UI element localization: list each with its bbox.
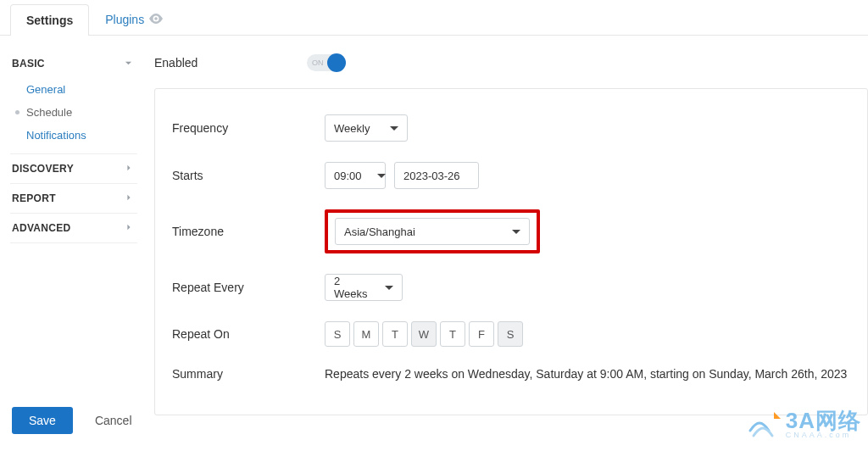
row-repeat-every: Repeat Every 2 Weeks xyxy=(172,264,850,311)
starts-date-value: 2023-03-26 xyxy=(403,170,460,182)
tab-plugins[interactable]: Plugins xyxy=(89,3,179,35)
timezone-select[interactable]: Asia/Shanghai xyxy=(335,218,530,245)
toggle-knob-icon xyxy=(327,53,346,72)
frequency-label: Frequency xyxy=(172,121,325,135)
starts-label: Starts xyxy=(172,169,325,182)
row-repeat-on: Repeat On S M T W T F S xyxy=(172,311,850,357)
sidebar-head-discovery-label: DISCOVERY xyxy=(12,163,74,175)
starts-date-input[interactable]: 2023-03-26 xyxy=(394,162,479,189)
repeat-on-label: Repeat On xyxy=(172,327,325,341)
enabled-toggle[interactable]: ON xyxy=(307,54,344,71)
svg-point-0 xyxy=(154,17,158,20)
timezone-label: Timezone xyxy=(172,225,325,238)
cancel-button[interactable]: Cancel xyxy=(95,414,132,427)
day-fri[interactable]: F xyxy=(469,321,494,347)
repeat-every-select[interactable]: 2 Weeks xyxy=(325,274,403,301)
bullet-icon xyxy=(15,110,19,114)
wave-logo-icon xyxy=(748,409,782,439)
sidebar-group-basic: BASIC General Schedule Notifications xyxy=(10,49,137,154)
sidebar-head-report-label: REPORT xyxy=(12,192,56,204)
day-wed[interactable]: W xyxy=(411,321,437,347)
chevron-right-icon xyxy=(125,164,132,174)
row-enabled: Enabled ON xyxy=(154,49,868,76)
day-thu[interactable]: T xyxy=(440,321,465,347)
tab-settings-label: Settings xyxy=(26,14,73,27)
enabled-label: Enabled xyxy=(154,56,307,70)
sidebar-head-basic[interactable]: BASIC xyxy=(10,49,137,78)
watermark-sub: CNAAA.com xyxy=(786,432,861,439)
sidebar-group-advanced: ADVANCED xyxy=(10,214,137,243)
schedule-card: Frequency Weekly Starts 09:00 2023-03-26 xyxy=(154,88,868,415)
repeat-every-value: 2 Weeks xyxy=(334,275,370,300)
sidebar-item-schedule[interactable]: Schedule xyxy=(10,101,137,124)
day-sat[interactable]: S xyxy=(498,321,523,347)
frequency-value: Weekly xyxy=(334,122,370,135)
sidebar-group-discovery: DISCOVERY xyxy=(10,154,137,184)
eye-icon xyxy=(149,13,163,26)
sidebar-head-advanced-label: ADVANCED xyxy=(12,222,71,234)
repeat-every-label: Repeat Every xyxy=(172,281,325,294)
frequency-select[interactable]: Weekly xyxy=(325,114,408,142)
summary-label: Summary xyxy=(172,367,325,381)
timezone-highlight: Asia/Shanghai xyxy=(325,209,540,253)
sidebar-item-notifications[interactable]: Notifications xyxy=(10,124,137,147)
svg-marker-1 xyxy=(774,412,781,419)
day-tue[interactable]: T xyxy=(382,321,408,347)
save-button[interactable]: Save xyxy=(12,407,73,434)
sidebar-item-label: General xyxy=(26,83,65,96)
tab-plugins-label: Plugins xyxy=(105,13,144,26)
sidebar-head-report[interactable]: REPORT xyxy=(10,184,137,213)
caret-down-icon xyxy=(390,126,398,131)
chevron-down-icon xyxy=(125,59,132,69)
sidebar-head-discovery[interactable]: DISCOVERY xyxy=(10,154,137,183)
chevron-right-icon xyxy=(125,193,132,203)
toggle-text: ON xyxy=(312,54,324,71)
tab-settings[interactable]: Settings xyxy=(10,4,89,36)
caret-down-icon xyxy=(385,286,393,290)
footer: Save Cancel xyxy=(12,407,132,434)
tabs: Settings Plugins xyxy=(0,0,868,36)
caret-down-icon xyxy=(512,230,520,234)
sidebar: BASIC General Schedule Notifications xyxy=(10,49,137,415)
day-mon[interactable]: M xyxy=(353,321,379,347)
watermark-main: 3A网络 xyxy=(786,409,861,432)
timezone-value: Asia/Shanghai xyxy=(344,226,415,238)
row-frequency: Frequency Weekly xyxy=(172,104,850,152)
caret-down-icon xyxy=(377,174,386,178)
starts-time-value: 09:00 xyxy=(334,170,362,182)
sidebar-item-label: Notifications xyxy=(26,129,86,142)
starts-time-select[interactable]: 09:00 xyxy=(325,162,386,189)
sidebar-head-basic-label: BASIC xyxy=(12,58,45,70)
chevron-right-icon xyxy=(125,223,132,233)
row-timezone: Timezone Asia/Shanghai xyxy=(172,199,850,264)
content: Enabled ON Frequency Weekly Starts 09:00 xyxy=(154,49,868,415)
sidebar-head-advanced[interactable]: ADVANCED xyxy=(10,214,137,242)
sidebar-items-basic: General Schedule Notifications xyxy=(10,78,137,153)
row-summary: Summary Repeats every 2 weeks on Wednesd… xyxy=(172,357,850,391)
sidebar-group-report: REPORT xyxy=(10,184,137,214)
watermark: 3A网络 CNAAA.com xyxy=(748,409,861,439)
summary-text: Repeats every 2 weeks on Wednesday, Satu… xyxy=(325,367,847,381)
day-buttons: S M T W T F S xyxy=(325,321,523,347)
sidebar-item-label: Schedule xyxy=(26,106,72,119)
sidebar-item-general[interactable]: General xyxy=(10,78,137,101)
day-sun[interactable]: S xyxy=(325,321,350,347)
main: BASIC General Schedule Notifications xyxy=(0,36,868,415)
row-starts: Starts 09:00 2023-03-26 xyxy=(172,152,850,199)
